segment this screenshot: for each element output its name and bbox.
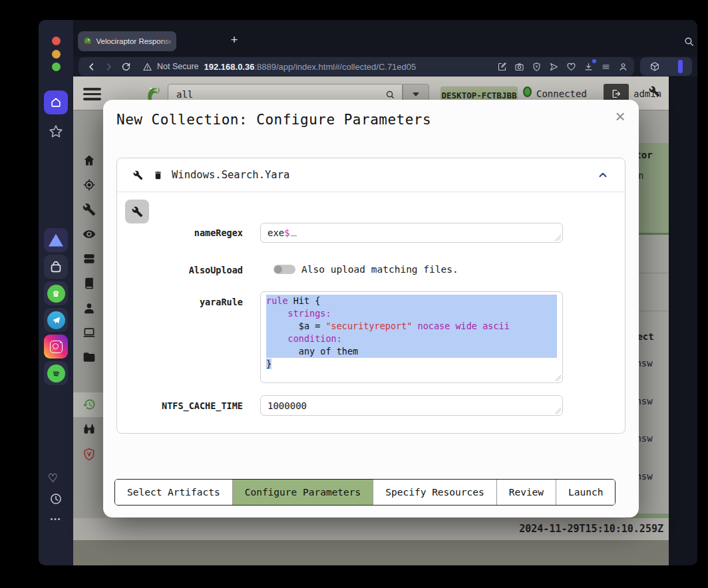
sidebar-binoculars-icon[interactable] — [83, 422, 96, 436]
sidebar-server-icon[interactable] — [83, 252, 96, 265]
not-secure-warning-icon — [138, 58, 156, 75]
tab-strip: Velociraptor Response a + — [73, 20, 697, 57]
step-launch[interactable]: Launch — [556, 480, 615, 505]
new-tab-button[interactable]: + — [226, 32, 242, 48]
admin-wrench-icon[interactable] — [649, 86, 660, 97]
tab-title-fade — [159, 31, 176, 51]
sidebar-shield-icon[interactable] — [83, 448, 96, 461]
timestamp-label: 2024-11-29T15:10:10.259Z — [519, 523, 663, 535]
step-specify-resources[interactable]: Specify Resources — [373, 480, 496, 505]
chevron-down-icon — [413, 92, 419, 96]
search-value: all — [176, 89, 193, 100]
not-secure-label: Not Secure — [157, 62, 199, 71]
extension-cluster — [640, 57, 692, 76]
heart-icon[interactable]: ♡ — [49, 470, 57, 486]
AlsoUpload-label: AlsoUpload — [125, 265, 243, 275]
app-store-bag-icon[interactable] — [44, 255, 68, 279]
gradient-tool-app-icon[interactable] — [44, 228, 68, 252]
star-icon[interactable] — [44, 120, 68, 144]
download-badge-dot — [592, 59, 596, 63]
edit-page-icon[interactable] — [493, 58, 510, 75]
vertical-tab-indicator[interactable] — [678, 60, 683, 73]
sidebar-eye-icon[interactable] — [83, 227, 96, 241]
more-dots-icon[interactable]: ••• — [47, 515, 65, 523]
nameRegex-input[interactable]: exe$ — [260, 223, 563, 243]
extension-cube-icon[interactable] — [649, 61, 660, 72]
search-icon[interactable] — [385, 90, 395, 100]
navigation-bar: Not Secure 192.168.0.36:8889/app/index.h… — [73, 57, 697, 76]
tab-search-icon[interactable] — [683, 36, 695, 47]
download-icon[interactable] — [580, 58, 597, 75]
close-icon[interactable]: × — [610, 106, 630, 126]
url-text[interactable]: 192.168.0.36:8889/app/index.html#/collec… — [204, 62, 417, 72]
screen: ☎ ♡ ••• V — [0, 0, 708, 588]
yaraRule-label: yaraRule — [125, 297, 243, 307]
step-select-artifacts[interactable]: Select Artifacts — [115, 480, 232, 505]
step-configure-parameters[interactable]: Configure Parameters — [232, 480, 373, 505]
sidebar-home-icon[interactable] — [83, 154, 96, 167]
velociraptor-favicon — [83, 37, 92, 47]
app-sidebar — [73, 110, 105, 565]
instagram-icon[interactable] — [44, 335, 68, 359]
wrench-icon — [132, 206, 143, 218]
browser-tab[interactable]: Velociraptor Response a — [78, 31, 176, 51]
forward-icon[interactable] — [100, 58, 117, 75]
yara-code-line: } — [266, 358, 557, 370]
reload-icon[interactable] — [117, 58, 134, 75]
also-upload-description: Also upload matching files. — [301, 264, 458, 275]
url-path: :8889/app/index.html#/collected/C.71ed05 — [254, 62, 416, 72]
also-upload-toggle[interactable] — [273, 265, 295, 274]
nameRegex-label: nameRegex — [125, 227, 243, 238]
favorite-heart-icon[interactable] — [562, 58, 580, 75]
hamburger-menu-icon-bar[interactable] — [83, 93, 101, 96]
url-host: 192.168.0.36 — [204, 62, 255, 72]
step-review[interactable]: Review — [496, 480, 556, 505]
yara-code-line: $a = "securityreport" nocase wide ascii — [266, 320, 557, 333]
logout-icon — [611, 88, 621, 99]
mountain-glyph — [49, 234, 63, 247]
send-icon[interactable] — [545, 58, 562, 75]
home-app-icon[interactable] — [44, 90, 68, 114]
status-bar: 2024-11-29T15:10:10.259Z — [73, 518, 669, 540]
zoom-window-button[interactable] — [52, 63, 61, 71]
yaraRule-textarea[interactable]: rule Hit { strings: $a = "securityreport… — [260, 291, 563, 383]
artifact-card: Windows.Search.Yara nameRegex exe$ AlsoU… — [116, 158, 625, 434]
profile-icon[interactable] — [614, 58, 631, 75]
modal-title: New Collection: Configure Parameters — [116, 112, 431, 128]
sidebar-user-icon[interactable] — [83, 301, 96, 315]
browser-window: ☎ ♡ ••• V — [39, 20, 697, 565]
artifact-name: Windows.Search.Yara — [172, 169, 289, 181]
artifact-settings-button[interactable] — [125, 200, 149, 223]
clock-icon[interactable] — [49, 492, 63, 506]
yara-code-line: rule Hit { — [266, 295, 557, 307]
configure-wrench-icon[interactable] — [133, 170, 143, 180]
hamburger-menu-icon[interactable] — [83, 88, 101, 90]
sidebar-laptop-icon[interactable] — [83, 326, 96, 339]
nameRegex-value: exe — [267, 227, 284, 238]
trash-icon[interactable] — [153, 170, 163, 180]
close-window-button[interactable] — [52, 37, 61, 45]
sidebar-book-icon[interactable] — [83, 277, 96, 290]
shield-block-icon[interactable] — [528, 58, 545, 75]
sidebar-wrench-icon[interactable] — [83, 203, 96, 216]
collapse-chevron-up-icon[interactable] — [597, 169, 609, 181]
bottom-strip — [73, 540, 669, 565]
address-bar[interactable]: Not Secure 192.168.0.36:8889/app/index.h… — [79, 57, 634, 76]
spotify-icon[interactable] — [44, 361, 68, 385]
whatsapp-icon[interactable]: ☎ — [44, 281, 68, 305]
yara-code-line: strings: — [266, 307, 557, 320]
artifact-card-header[interactable]: Windows.Search.Yara — [117, 158, 625, 192]
yara-code-line: condition: — [266, 333, 557, 345]
sidebar-folder-icon[interactable] — [83, 351, 96, 364]
back-icon[interactable] — [83, 58, 100, 75]
minimize-window-button[interactable] — [52, 50, 61, 59]
toggle-knob — [274, 265, 282, 273]
right-edge-strip — [669, 76, 697, 565]
telegram-icon[interactable] — [44, 308, 68, 332]
sidebar-history-icon[interactable] — [83, 398, 96, 411]
NTFS_CACHE_TIME-input[interactable]: 1000000 — [260, 395, 563, 416]
hamburger-menu-icon-bar[interactable] — [83, 98, 101, 100]
screenshot-camera-icon[interactable] — [510, 58, 528, 75]
menu-lines-icon[interactable] — [597, 58, 614, 75]
sidebar-hunt-crosshair-icon[interactable] — [83, 178, 96, 192]
